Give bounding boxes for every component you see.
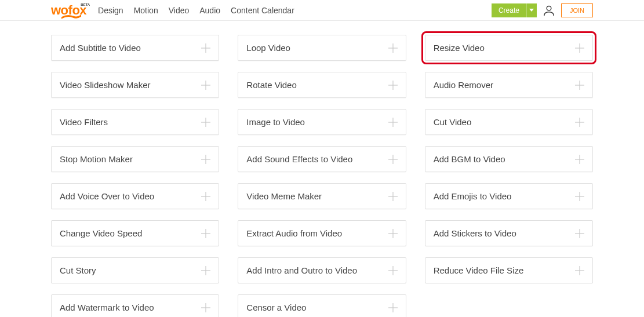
card-label: Video Slideshow Maker <box>60 80 150 90</box>
plus-icon <box>575 118 584 127</box>
profile-icon[interactable] <box>543 4 555 17</box>
plus-icon <box>575 81 584 90</box>
card-label: Video Filters <box>60 117 108 127</box>
card-loop-video[interactable]: Loop Video <box>238 35 406 61</box>
card-reduce-size[interactable]: Reduce Video File Size <box>425 257 593 283</box>
header: wofox BETA Design Motion Video Audio Con… <box>0 0 644 21</box>
tool-grid: Add Subtitle to VideoLoop VideoResize Vi… <box>51 35 593 317</box>
nav-content-calendar[interactable]: Content Calendar <box>231 6 294 15</box>
plus-icon <box>388 266 398 275</box>
plus-icon <box>388 118 398 127</box>
plus-icon <box>388 43 398 53</box>
card-intro-outro[interactable]: Add Intro and Outro to Video <box>238 257 406 283</box>
plus-icon <box>575 155 584 164</box>
plus-icon <box>201 266 210 275</box>
card-resize-video[interactable]: Resize Video <box>425 35 593 61</box>
plus-icon <box>201 118 210 127</box>
card-label: Add Watermark to Video <box>60 303 154 312</box>
plus-icon <box>201 229 210 238</box>
card-label: Cut Story <box>60 265 96 275</box>
card-rotate-video[interactable]: Rotate Video <box>238 72 406 98</box>
plus-icon <box>388 192 398 201</box>
plus-icon <box>201 303 210 312</box>
card-label: Add Intro and Outro to Video <box>246 265 357 275</box>
card-label: Audio Remover <box>434 80 493 90</box>
card-label: Add Voice Over to Video <box>60 191 154 201</box>
card-emojis[interactable]: Add Emojis to Video <box>425 183 593 209</box>
card-label: Loop Video <box>246 43 290 53</box>
create-dropdown[interactable] <box>526 3 537 17</box>
card-label: Cut Video <box>434 117 472 127</box>
logo-beta: BETA <box>81 3 90 6</box>
plus-icon <box>201 192 210 201</box>
plus-icon <box>388 155 398 164</box>
logo-swoosh-icon <box>61 14 81 19</box>
card-label: Censor a Video <box>246 303 306 312</box>
nav-motion[interactable]: Motion <box>134 6 158 15</box>
card-label: Resize Video <box>434 43 485 53</box>
card-cut-story[interactable]: Cut Story <box>51 257 219 283</box>
card-audio-remover[interactable]: Audio Remover <box>425 72 593 98</box>
card-slideshow-maker[interactable]: Video Slideshow Maker <box>51 72 219 98</box>
header-right: Create JOIN <box>492 3 593 17</box>
card-voice-over[interactable]: Add Voice Over to Video <box>51 183 219 209</box>
card-label: Add Emojis to Video <box>434 191 512 201</box>
create-button[interactable]: Create <box>492 3 537 17</box>
card-label: Image to Video <box>246 117 305 127</box>
card-censor[interactable]: Censor a Video <box>238 294 406 317</box>
plus-icon <box>575 229 584 238</box>
svg-point-0 <box>547 6 551 10</box>
card-label: Add Subtitle to Video <box>60 43 141 53</box>
plus-icon <box>201 43 210 53</box>
content: Add Subtitle to VideoLoop VideoResize Vi… <box>0 21 644 317</box>
card-stickers[interactable]: Add Stickers to Video <box>425 220 593 246</box>
plus-icon <box>575 43 584 53</box>
card-meme-maker[interactable]: Video Meme Maker <box>238 183 406 209</box>
card-label: Add Sound Effects to Video <box>246 154 352 164</box>
plus-icon <box>575 192 584 201</box>
card-extract-audio[interactable]: Extract Audio from Video <box>238 220 406 246</box>
card-label: Video Meme Maker <box>246 191 322 201</box>
chevron-down-icon <box>529 9 534 12</box>
card-bgm[interactable]: Add BGM to Video <box>425 146 593 172</box>
card-watermark[interactable]: Add Watermark to Video <box>51 294 219 317</box>
create-button-label: Create <box>492 3 526 17</box>
card-label: Stop Motion Maker <box>60 154 133 164</box>
card-label: Reduce Video File Size <box>434 265 524 275</box>
card-label: Change Video Speed <box>60 228 142 238</box>
plus-icon <box>201 155 210 164</box>
card-sound-effects[interactable]: Add Sound Effects to Video <box>238 146 406 172</box>
card-label: Add Stickers to Video <box>434 228 516 238</box>
plus-icon <box>575 266 584 275</box>
card-image-to-video[interactable]: Image to Video <box>238 109 406 135</box>
nav-audio[interactable]: Audio <box>199 6 220 15</box>
card-add-subtitle[interactable]: Add Subtitle to Video <box>51 35 219 61</box>
plus-icon <box>201 81 210 90</box>
nav-design[interactable]: Design <box>98 6 123 15</box>
card-cut-video[interactable]: Cut Video <box>425 109 593 135</box>
plus-icon <box>388 303 398 312</box>
logo[interactable]: wofox BETA <box>51 3 86 18</box>
card-change-speed[interactable]: Change Video Speed <box>51 220 219 246</box>
card-label: Rotate Video <box>246 80 296 90</box>
plus-icon <box>388 81 398 90</box>
nav-video[interactable]: Video <box>169 6 190 15</box>
plus-icon <box>388 229 398 238</box>
card-video-filters[interactable]: Video Filters <box>51 109 219 135</box>
main-nav: Design Motion Video Audio Content Calend… <box>98 6 492 15</box>
card-label: Extract Audio from Video <box>246 228 342 238</box>
join-button[interactable]: JOIN <box>561 3 593 17</box>
card-stop-motion[interactable]: Stop Motion Maker <box>51 146 219 172</box>
card-label: Add BGM to Video <box>434 154 505 164</box>
